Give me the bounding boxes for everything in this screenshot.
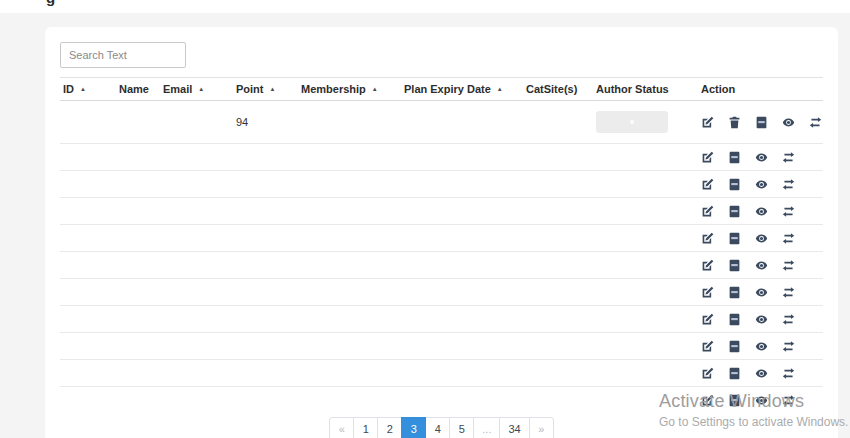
view-button[interactable] bbox=[755, 259, 768, 272]
cell-author-status bbox=[593, 333, 698, 360]
edit-button[interactable] bbox=[701, 367, 714, 380]
cell-actions bbox=[698, 101, 823, 144]
table-row bbox=[60, 333, 823, 360]
col-header-plan-expiry[interactable]: Plan Expiry Date▲ bbox=[401, 78, 523, 101]
edit-button[interactable] bbox=[701, 205, 714, 218]
cell-author-status bbox=[593, 279, 698, 306]
view-button[interactable] bbox=[755, 340, 768, 353]
view-button[interactable] bbox=[755, 151, 768, 164]
col-header-email[interactable]: Email▲ bbox=[160, 78, 233, 101]
address-book-icon bbox=[728, 151, 741, 164]
edit-button[interactable] bbox=[701, 116, 714, 129]
pagination-page-2[interactable]: 2 bbox=[377, 417, 402, 438]
address-book-icon bbox=[728, 259, 741, 272]
cell-point bbox=[233, 306, 298, 333]
cell-plan-expiry bbox=[401, 387, 523, 414]
cell-catsites bbox=[523, 198, 593, 225]
exchange-button[interactable] bbox=[782, 178, 795, 191]
pagination-page-34[interactable]: 34 bbox=[499, 417, 529, 438]
book-button[interactable] bbox=[755, 116, 768, 129]
pagination-prev[interactable]: « bbox=[329, 417, 354, 438]
search-input[interactable] bbox=[60, 42, 186, 68]
pagination-page-5[interactable]: 5 bbox=[449, 417, 474, 438]
author-status-button[interactable]: ▾ bbox=[596, 111, 668, 133]
exchange-button[interactable] bbox=[782, 367, 795, 380]
col-header-membership[interactable]: Membership▲ bbox=[298, 78, 401, 101]
edit-icon bbox=[701, 367, 714, 380]
exchange-button[interactable] bbox=[782, 259, 795, 272]
swap-arrows-icon bbox=[782, 205, 795, 218]
exchange-button[interactable] bbox=[782, 340, 795, 353]
edit-button[interactable] bbox=[701, 259, 714, 272]
cell-author-status bbox=[593, 198, 698, 225]
exchange-button[interactable] bbox=[782, 313, 795, 326]
view-button[interactable] bbox=[755, 232, 768, 245]
swap-arrows-icon bbox=[782, 178, 795, 191]
book-button[interactable] bbox=[728, 232, 741, 245]
book-button[interactable] bbox=[728, 286, 741, 299]
swap-arrows-icon bbox=[782, 151, 795, 164]
exchange-button[interactable] bbox=[782, 151, 795, 164]
edit-button[interactable] bbox=[701, 232, 714, 245]
cell-point bbox=[233, 387, 298, 414]
pagination-page-4[interactable]: 4 bbox=[425, 417, 450, 438]
col-header-point[interactable]: Point▲ bbox=[233, 78, 298, 101]
cell-catsites bbox=[523, 144, 593, 171]
book-button[interactable] bbox=[728, 205, 741, 218]
view-button[interactable] bbox=[755, 178, 768, 191]
view-button[interactable] bbox=[755, 205, 768, 218]
table-row bbox=[60, 198, 823, 225]
cell-membership bbox=[298, 144, 401, 171]
cell-membership bbox=[298, 306, 401, 333]
delete-button[interactable] bbox=[728, 116, 741, 129]
table-card: ID▲ Name Email▲ Point▲ Membership▲ Plan … bbox=[45, 27, 838, 438]
address-book-icon bbox=[728, 367, 741, 380]
view-button[interactable] bbox=[755, 367, 768, 380]
cell-id bbox=[60, 144, 116, 171]
swap-arrows-icon bbox=[782, 232, 795, 245]
cell-plan-expiry bbox=[401, 101, 523, 144]
view-button[interactable] bbox=[782, 116, 795, 129]
cell-catsites bbox=[523, 171, 593, 198]
watermark-line1: Activate Windows bbox=[659, 391, 848, 412]
cell-actions bbox=[698, 252, 823, 279]
view-button[interactable] bbox=[755, 313, 768, 326]
pagination-ellipsis: ... bbox=[473, 417, 500, 438]
exchange-button[interactable] bbox=[782, 232, 795, 245]
cell-actions bbox=[698, 306, 823, 333]
edit-button[interactable] bbox=[701, 286, 714, 299]
view-button[interactable] bbox=[755, 286, 768, 299]
edit-icon bbox=[701, 151, 714, 164]
pagination: « 1 2 3 4 5 ... 34 » bbox=[329, 417, 553, 438]
book-button[interactable] bbox=[728, 313, 741, 326]
pagination-page-1[interactable]: 1 bbox=[353, 417, 378, 438]
swap-arrows-icon bbox=[782, 367, 795, 380]
book-button[interactable] bbox=[728, 340, 741, 353]
book-button[interactable] bbox=[728, 259, 741, 272]
exchange-button[interactable] bbox=[782, 286, 795, 299]
eye-icon bbox=[755, 367, 768, 380]
exchange-button[interactable] bbox=[782, 205, 795, 218]
cell-plan-expiry bbox=[401, 225, 523, 252]
edit-button[interactable] bbox=[701, 151, 714, 164]
cell-email bbox=[160, 306, 233, 333]
book-button[interactable] bbox=[728, 151, 741, 164]
cell-membership bbox=[298, 360, 401, 387]
cell-name bbox=[116, 198, 160, 225]
cell-actions bbox=[698, 333, 823, 360]
pagination-next[interactable]: » bbox=[529, 417, 554, 438]
col-header-id[interactable]: ID▲ bbox=[60, 78, 116, 101]
cell-author-status bbox=[593, 360, 698, 387]
book-button[interactable] bbox=[728, 178, 741, 191]
pagination-page-3[interactable]: 3 bbox=[401, 417, 426, 438]
edit-button[interactable] bbox=[701, 178, 714, 191]
book-button[interactable] bbox=[728, 367, 741, 380]
cell-id bbox=[60, 333, 116, 360]
address-book-icon bbox=[728, 178, 741, 191]
eye-icon bbox=[755, 205, 768, 218]
exchange-button[interactable] bbox=[809, 116, 822, 129]
address-book-icon bbox=[728, 232, 741, 245]
edit-button[interactable] bbox=[701, 313, 714, 326]
edit-button[interactable] bbox=[701, 340, 714, 353]
cell-catsites bbox=[523, 252, 593, 279]
